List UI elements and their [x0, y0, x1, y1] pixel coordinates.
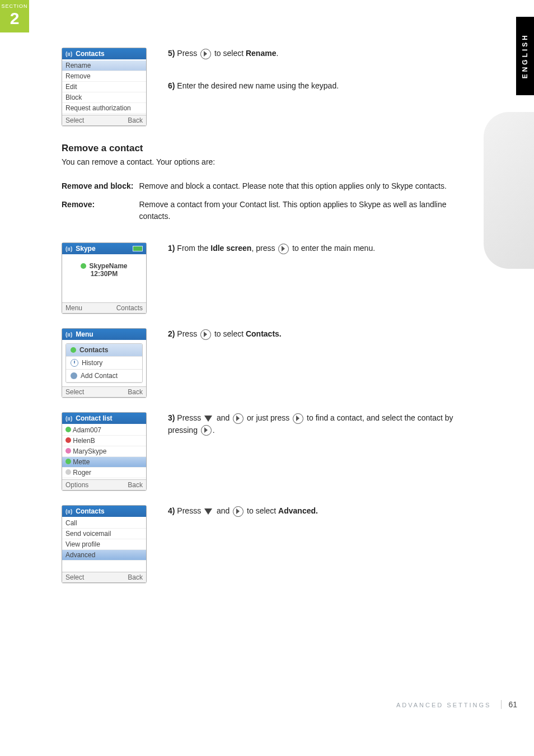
nav-key-icon — [233, 506, 243, 517]
step-6: 6) Enter the desired new name using the … — [168, 80, 476, 92]
titlebar-text: Contacts — [76, 50, 104, 58]
list-item: HelenB — [62, 436, 146, 446]
status-online-icon — [65, 459, 71, 464]
screenshot-contact-list: (ıı)Contact list Adam007 HelenB MarySkyp… — [62, 412, 147, 491]
screenshot-contacts-options: (ıı)Contacts Call Send voicemail View pr… — [62, 505, 147, 583]
idle-time: 12:30PM — [64, 270, 144, 278]
titlebar-text: Contact list — [76, 414, 112, 422]
signal-icon: (ıı) — [65, 332, 72, 338]
battery-icon — [133, 246, 143, 251]
step-4: 4) Presss and to select Advanced. — [168, 505, 476, 517]
opt-term: Remove: — [62, 198, 139, 228]
menu-item: Add Contact — [66, 370, 142, 382]
list-item: MarySkype — [62, 446, 146, 457]
titlebar-text: Menu — [76, 330, 93, 338]
list-item: Adam007 — [62, 425, 146, 436]
menu-item: Block — [62, 92, 146, 103]
side-decorative-photo — [484, 112, 534, 269]
section-label: SECTION — [0, 3, 29, 9]
menu-item: Call — [62, 518, 146, 529]
list-item: Mette — [62, 457, 146, 468]
idle-skypename: SkypeName — [89, 262, 127, 270]
signal-icon: (ıı) — [65, 416, 72, 422]
language-tab-text: ENGLISH — [521, 33, 529, 78]
step-5: 5) Press to select Rename. — [168, 48, 476, 60]
softkey-left: Options — [65, 481, 88, 489]
section-number: 2 — [0, 10, 29, 27]
softkey-right: Back — [128, 573, 143, 581]
screenshot-contacts-advanced-menu: (ıı)Contacts Rename Remove Edit Block Re… — [62, 48, 147, 126]
screenshot-idle: (ıı)Skype SkypeName 12:30PM MenuContacts — [62, 242, 147, 314]
menu-item: History — [66, 357, 142, 370]
nav-key-icon — [278, 244, 289, 254]
menu-item: Request authorization — [62, 103, 146, 114]
opt-desc: Remove a contact from your Contact list.… — [139, 198, 476, 228]
nav-key-icon — [201, 425, 212, 436]
status-online-icon — [65, 427, 71, 432]
titlebar-text: Contacts — [76, 507, 104, 515]
menu-item: Edit — [62, 82, 146, 92]
screenshot-main-menu: (ıı)Menu Contacts History Add Contact Se… — [62, 328, 147, 398]
opt-term: Remove and block: — [62, 179, 139, 198]
opt-desc: Remove and block a contact. Please note … — [139, 179, 476, 198]
down-arrow-icon — [204, 508, 212, 515]
status-skypeout-icon — [65, 448, 71, 454]
softkey-left: Select — [65, 573, 84, 581]
nav-key-icon — [293, 413, 303, 424]
remove-heading: Remove a contact — [62, 143, 476, 154]
contacts-icon — [71, 347, 76, 353]
section-badge: SECTION 2 — [0, 0, 29, 32]
blank-row — [62, 561, 146, 571]
step-1: 1) From the Idle screen, press to enter … — [168, 242, 476, 255]
titlebar-text: Skype — [76, 245, 95, 253]
signal-icon: (ıı) — [65, 51, 72, 57]
history-icon — [71, 359, 78, 367]
status-dnd-icon — [65, 437, 71, 443]
menu-item: Contacts — [66, 344, 142, 357]
softkey-right: Contacts — [116, 304, 143, 312]
signal-icon: (ıı) — [65, 508, 72, 515]
nav-key-icon — [200, 49, 211, 59]
softkey-left: Menu — [65, 304, 82, 312]
page-footer: ADVANCED SETTINGS 61 — [396, 700, 517, 709]
menu-item: Advanced — [62, 550, 146, 561]
remove-lead: You can remove a contact. Your options a… — [62, 156, 476, 168]
menu-item: Rename — [62, 60, 146, 71]
footer-section-title: ADVANCED SETTINGS — [396, 702, 491, 708]
menu-item: Send voicemail — [62, 529, 146, 539]
step-2: 2) Press to select Contacts. — [168, 328, 476, 340]
softkey-right: Back — [128, 481, 143, 489]
nav-key-icon — [200, 329, 211, 340]
remove-options-table: Remove and block: Remove and block a con… — [62, 179, 476, 228]
list-item: Roger — [62, 468, 146, 478]
down-arrow-icon — [204, 416, 212, 422]
language-tab: ENGLISH — [516, 17, 534, 95]
menu-item: Remove — [62, 71, 146, 82]
status-online-icon — [81, 263, 86, 269]
page-number: 61 — [501, 700, 517, 709]
menu-item: View profile — [62, 539, 146, 550]
add-contact-icon — [71, 372, 77, 379]
nav-key-icon — [233, 413, 243, 424]
step-3: 3) Presss and or just press to find a co… — [168, 412, 476, 436]
softkey-right: Back — [128, 116, 143, 124]
softkey-left: Select — [65, 116, 84, 124]
softkey-right: Back — [128, 388, 143, 396]
status-offline-icon — [65, 469, 71, 475]
signal-icon: (ıı) — [65, 246, 72, 252]
softkey-left: Select — [65, 388, 84, 396]
